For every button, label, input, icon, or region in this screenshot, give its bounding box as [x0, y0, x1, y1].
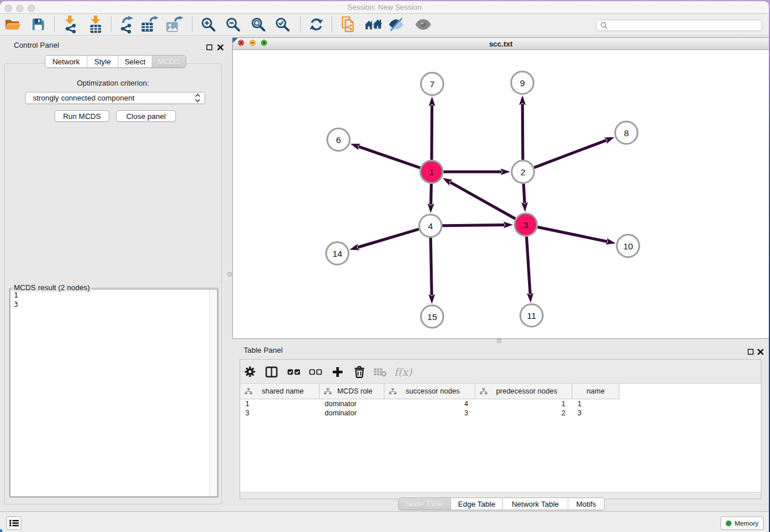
cell-mcds-role[interactable]: dominator	[319, 400, 384, 408]
criterion-select[interactable]: strongly connected component	[25, 92, 205, 104]
table-row[interactable]: 3dominator323	[240, 408, 761, 418]
cell-predecessor-nodes[interactable]: 2	[475, 409, 572, 417]
toolbar-separator	[54, 17, 55, 32]
table-panel: Table Panel	[232, 342, 769, 511]
edge-3-1[interactable]	[450, 182, 515, 219]
column-header-mcds-role[interactable]: MCDS role	[319, 384, 384, 399]
cell-successor-nodes[interactable]: 4	[384, 400, 475, 408]
checked-boxes-icon	[287, 368, 301, 376]
tab-network-table[interactable]: Network Table	[503, 498, 568, 510]
tab-mcds[interactable]: MCDS	[152, 56, 186, 67]
tab-label: Style	[94, 57, 111, 66]
zoom-selected-button[interactable]	[272, 15, 292, 34]
edge-4-15[interactable]	[430, 238, 432, 295]
close-table-panel-icon[interactable]	[757, 347, 764, 353]
arrowhead-4-15	[428, 294, 435, 304]
table-row[interactable]: 1dominator411	[240, 399, 761, 408]
run-mcds-button[interactable]: Run MCDS	[55, 110, 109, 122]
delete-table-button[interactable]	[374, 360, 387, 384]
select-all-button[interactable]	[287, 360, 301, 384]
function-builder-button[interactable]: f(x)	[394, 360, 412, 384]
column-label: name	[572, 387, 619, 395]
edge-4-3[interactable]	[442, 225, 505, 225]
save-session-button[interactable]	[28, 15, 48, 34]
vertical-splitter-grip[interactable]	[228, 272, 232, 276]
apply-layout-button[interactable]	[306, 15, 326, 34]
clone-network-button[interactable]	[337, 15, 358, 34]
network-window-titlebar[interactable]: scc.txt	[233, 38, 769, 50]
tab-select[interactable]: Select	[118, 56, 152, 67]
close-panel-icon[interactable]	[217, 43, 224, 49]
window-titlebar: Session: New Session	[0, 1, 769, 14]
zoom-in-button[interactable]	[198, 15, 218, 34]
float-table-panel-icon[interactable]	[748, 347, 754, 353]
delete-row-button[interactable]	[354, 360, 365, 384]
column-header-predecessor-nodes[interactable]: predecessor nodes	[475, 384, 572, 399]
cell-shared-name[interactable]: 3	[240, 409, 319, 417]
close-panel-button[interactable]: Close panel	[116, 110, 176, 122]
edge-2-9[interactable]	[522, 104, 523, 160]
table-panel-title: Table Panel	[244, 346, 283, 354]
result-scrollbar[interactable]	[209, 290, 217, 496]
node-label-7: 7	[430, 79, 435, 89]
export-table-button[interactable]	[139, 15, 160, 34]
add-row-button[interactable]	[332, 360, 343, 384]
export-network-button[interactable]	[116, 15, 137, 34]
network-graph: 1234678910111415	[233, 50, 769, 338]
column-header-successor-nodes[interactable]: successor nodes	[384, 384, 475, 399]
column-header-shared-name[interactable]: shared name	[240, 384, 319, 399]
show-graphics-details-button[interactable]	[413, 15, 433, 34]
import-table-button[interactable]	[85, 15, 106, 34]
table-settings-button[interactable]	[244, 360, 256, 384]
column-header-name[interactable]: name	[572, 384, 619, 399]
arrowhead-3-11	[527, 293, 534, 303]
cell-shared-name[interactable]: 1	[240, 400, 319, 408]
task-history-button[interactable]	[6, 516, 21, 530]
network-canvas[interactable]: 1234678910111415	[233, 50, 769, 338]
cell-name[interactable]: 3	[572, 409, 619, 417]
float-panel-icon[interactable]	[206, 43, 213, 49]
cell-predecessor-nodes[interactable]: 1	[475, 400, 572, 408]
cell-mcds-role[interactable]: dominator	[319, 409, 384, 417]
tab-style[interactable]: Style	[87, 56, 118, 67]
tab-network[interactable]: Network	[45, 56, 87, 67]
hide-graphics-details-button[interactable]	[386, 15, 407, 34]
gear-icon	[244, 366, 256, 377]
cell-successor-nodes[interactable]: 3	[384, 409, 475, 417]
clone-network-icon	[340, 16, 355, 33]
tab-edge-table[interactable]: Edge Table	[451, 498, 503, 510]
edge-1-6[interactable]	[359, 147, 420, 168]
mcds-result-textarea[interactable]: 1 3	[10, 289, 218, 497]
control-panel: Control Panel Optimization criterion: st…	[0, 36, 226, 511]
tab-node-table[interactable]: Node Table	[399, 498, 451, 510]
edge-3-10[interactable]	[538, 227, 607, 241]
cell-name[interactable]: 1	[572, 400, 619, 408]
edge-3-11[interactable]	[526, 237, 530, 294]
tab-label: Network	[52, 57, 80, 66]
toolbar-separator	[332, 17, 332, 32]
zoom-fit-button[interactable]	[248, 15, 268, 34]
export-image-button[interactable]	[164, 15, 184, 34]
memory-button[interactable]: Memory	[721, 516, 764, 530]
delete-table-icon	[374, 367, 387, 377]
edge-2-3[interactable]	[523, 184, 525, 203]
search-input[interactable]	[608, 21, 761, 29]
reset-view-button[interactable]	[363, 15, 383, 34]
deselect-all-button[interactable]	[309, 360, 322, 384]
import-network-button[interactable]	[60, 15, 80, 34]
column-layout-button[interactable]	[265, 360, 278, 384]
open-session-button[interactable]	[2, 15, 23, 34]
edge-1-7[interactable]	[432, 105, 432, 160]
tab-motifs[interactable]: Motifs	[568, 498, 604, 510]
edge-2-8[interactable]	[534, 140, 607, 168]
mcds-result-text: 1 3	[14, 291, 18, 309]
edge-1-4[interactable]	[431, 184, 432, 205]
application-window: Session: New Session	[0, 1, 769, 532]
node-label-14: 14	[332, 249, 342, 259]
edge-4-14[interactable]	[357, 229, 418, 248]
eye-slash-icon	[388, 17, 405, 32]
export-table-icon	[141, 16, 159, 33]
zoom-out-button[interactable]	[222, 15, 243, 34]
table-body: 1dominator4113dominator323	[240, 399, 761, 492]
arrowhead-1-2	[500, 168, 510, 175]
